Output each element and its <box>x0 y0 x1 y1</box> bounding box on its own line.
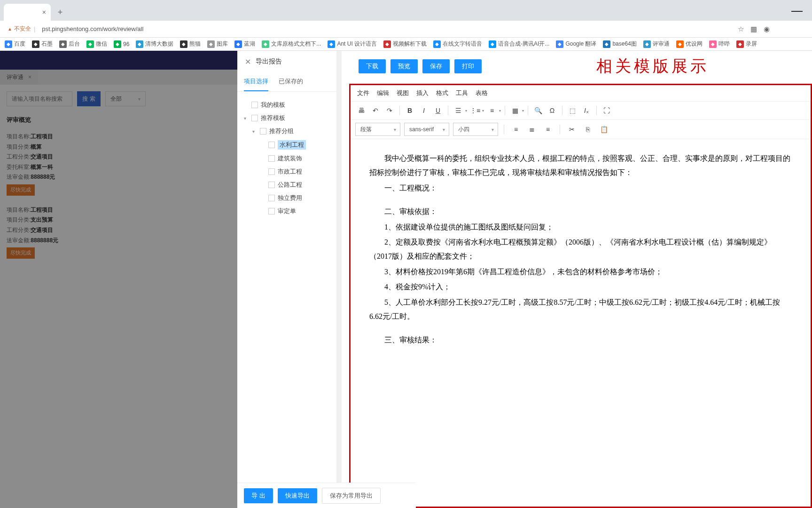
modal-close-button[interactable]: ✕ <box>245 57 251 66</box>
security-badge[interactable]: 不安全 <box>8 25 31 33</box>
doc-heading: 一、工程概况： <box>369 181 792 195</box>
undo-icon[interactable]: ↶ <box>369 104 382 117</box>
doc-line: 4、税金按9%计入； <box>369 280 792 294</box>
print-icon[interactable]: 🖶 <box>355 104 367 117</box>
save-common-button[interactable]: 保存为常用导出 <box>322 488 381 504</box>
search-icon[interactable]: 🔍 <box>532 104 544 117</box>
preview-pane: 下载 预览 保存 打印 相关模版展示 文件编辑视图插入格式工具表格 🖶 ↶ ↷ … <box>342 51 812 508</box>
bookmark-item[interactable]: ◆石墨 <box>32 40 53 48</box>
menu-item[interactable]: 视图 <box>397 89 409 97</box>
tab-saved[interactable]: 已保存的 <box>279 72 303 91</box>
bookmark-item[interactable]: ◆微信 <box>86 40 107 48</box>
tree-leaf[interactable]: 公路工程 <box>244 178 330 191</box>
clear-format-icon[interactable]: Iₓ <box>580 104 593 117</box>
document-body[interactable]: 我中心受概算一科的委托，组织专业技术人员，根据工程的特点，按照客观、公正、合理、… <box>351 139 811 507</box>
bookmark-item[interactable]: ◆蓝湖 <box>234 40 255 48</box>
doc-heading: 二、审核依据： <box>369 205 792 219</box>
extension-icon[interactable]: ▦ <box>750 25 757 33</box>
bold-icon[interactable]: B <box>404 104 416 117</box>
menu-item[interactable]: 格式 <box>436 89 448 97</box>
bookmarks-bar: ◆百度◆石墨◆后台◆微信◆96◆清博大数据◆熊猫◆图库◆蓝湖◆文库原格式文档下.… <box>0 38 812 51</box>
save-button[interactable]: 保存 <box>422 59 450 73</box>
omega-icon[interactable]: Ω <box>546 104 558 117</box>
doc-line: 1、依据建设单位提供的施工图纸及图纸疑问回复； <box>369 220 792 234</box>
italic-icon[interactable]: I <box>418 104 430 117</box>
redo-icon[interactable]: ↷ <box>383 104 396 117</box>
tree-leaf[interactable]: 建筑装饰 <box>244 152 330 165</box>
editor-frame: 文件编辑视图插入格式工具表格 🖶 ↶ ↷ B I U ☰▾ ⋮≡▾ ≡▾ <box>349 84 812 508</box>
new-tab-button[interactable]: + <box>54 6 67 19</box>
bookmark-item[interactable]: ◆语音合成-腾讯AI开... <box>489 40 549 48</box>
special-icon[interactable]: ⬚ <box>566 104 578 117</box>
bookmark-item[interactable]: ◆评审通 <box>643 40 670 48</box>
menu-item[interactable]: 工具 <box>456 89 468 97</box>
bookmark-item[interactable]: ◆Ant UI 设计语言 <box>328 40 377 48</box>
bookmark-item[interactable]: ◆百度 <box>5 40 25 48</box>
format-select[interactable]: 段落 <box>355 123 400 136</box>
bookmark-item[interactable]: ◆清博大数据 <box>136 40 173 48</box>
tree-node-group[interactable]: ▾ 推荐分组 <box>244 125 330 138</box>
bookmark-item[interactable]: ◆96 <box>114 40 129 48</box>
bookmark-item[interactable]: ◆文库原格式文档下... <box>262 40 321 48</box>
tree-label: 推荐分组 <box>269 127 294 135</box>
editor-toolbar-1: 🖶 ↶ ↷ B I U ☰▾ ⋮≡▾ ≡▾ ▦▾ 🔍 <box>351 102 811 120</box>
bookmark-item[interactable]: ◆视频解析下载 <box>383 40 427 48</box>
tree-node-recommended[interactable]: ▾ 推荐模板 <box>244 111 330 125</box>
bookmark-item[interactable]: ◆Google 翻译 <box>556 40 596 48</box>
tab-project-select[interactable]: 项目选择 <box>244 72 268 91</box>
minimize-icon[interactable]: — <box>791 4 803 17</box>
list-bullet-icon[interactable]: ☰ <box>452 104 464 117</box>
underline-icon[interactable]: U <box>432 104 444 117</box>
size-select[interactable]: 小四 <box>453 123 498 136</box>
bookmark-item[interactable]: ◆图库 <box>207 40 228 48</box>
list-number-icon[interactable]: ≡ <box>486 104 498 117</box>
bookmark-item[interactable]: ◆录屏 <box>736 40 757 48</box>
url-text[interactable]: pst.pingshentong.com/work/review/all <box>42 25 143 32</box>
bookmark-item[interactable]: ◆哔哔 <box>709 40 730 48</box>
tree-node-my-templates[interactable]: 我的模板 <box>244 98 330 111</box>
fullscreen-icon[interactable]: ⛶ <box>601 104 613 117</box>
tree-leaf[interactable]: 独立费用 <box>244 191 330 205</box>
star-icon[interactable]: ☆ <box>738 25 744 33</box>
paste-icon[interactable]: 📋 <box>598 123 610 135</box>
bookmark-item[interactable]: ◆优设网 <box>676 40 703 48</box>
browser-tab[interactable]: × <box>4 4 51 21</box>
menu-item[interactable]: 插入 <box>416 89 429 97</box>
tree-leaf[interactable]: 水利工程 <box>244 138 330 152</box>
address-bar: 不安全 | pst.pingshentong.com/work/review/a… <box>0 21 812 38</box>
cut-icon[interactable]: ✂ <box>566 123 578 135</box>
align-right-icon[interactable]: ≡ <box>542 123 554 135</box>
tree-label: 我的模板 <box>261 101 285 109</box>
preview-title: 相关模版展示 <box>493 51 812 82</box>
print-button[interactable]: 打印 <box>454 59 482 73</box>
modal-sidebar: ✕ 导出报告 项目选择 已保存的 我的模板 ▾ 推荐模板 <box>237 51 337 508</box>
tree-leaf[interactable]: 审定单 <box>244 205 330 218</box>
menu-item[interactable]: 编辑 <box>377 89 389 97</box>
copy-icon[interactable]: ⎘ <box>582 123 594 135</box>
align-center-icon[interactable]: ≣ <box>526 123 538 135</box>
caret-down-icon: ▾ <box>244 116 249 121</box>
table-icon[interactable]: ▦ <box>509 104 521 117</box>
menu-item[interactable]: 表格 <box>476 89 488 97</box>
list-bullet2-icon[interactable]: ⋮≡ <box>469 104 481 117</box>
bookmark-item[interactable]: ◆后台 <box>59 40 80 48</box>
export-button[interactable]: 导 出 <box>244 488 273 503</box>
profile-icon[interactable]: ◉ <box>764 25 770 33</box>
quick-export-button[interactable]: 快速导出 <box>278 488 317 503</box>
menu-item[interactable]: 文件 <box>357 89 369 97</box>
browser-tab-strip: × + — <box>0 0 812 21</box>
modal-title: 导出报告 <box>256 57 282 66</box>
font-select[interactable]: sans-serif <box>404 123 449 136</box>
download-button[interactable]: 下载 <box>359 59 386 73</box>
bookmark-item[interactable]: ◆base64图 <box>603 40 636 48</box>
close-icon[interactable]: × <box>42 8 46 16</box>
doc-line: 3、材料价格按2019年第6期《许昌工程造价信息》，未包含的材料价格参考市场价； <box>369 265 792 279</box>
preview-button[interactable]: 预览 <box>390 59 418 73</box>
url-divider: | <box>34 25 35 32</box>
bookmark-item[interactable]: ◆在线文字转语音 <box>433 40 482 48</box>
align-left-icon[interactable]: ≡ <box>510 123 522 135</box>
bookmark-item[interactable]: ◆熊猫 <box>180 40 201 48</box>
export-modal: ✕ 导出报告 项目选择 已保存的 我的模板 ▾ 推荐模板 <box>237 51 812 508</box>
tree-leaf[interactable]: 市政工程 <box>244 165 330 178</box>
scrollbar[interactable] <box>337 51 342 508</box>
